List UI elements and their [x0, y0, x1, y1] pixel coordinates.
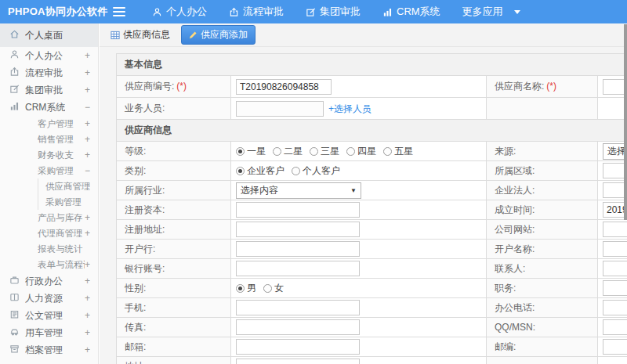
- gender-radio-group: 男 女: [236, 282, 486, 295]
- sidebar-item-form-flow-settings[interactable]: 表单与流程设置 +: [0, 257, 98, 272]
- sidebar-item-customer-mgmt[interactable]: 客户管理 +: [0, 116, 98, 132]
- office-phone-input[interactable]: [603, 300, 627, 315]
- sidebar-item-supplier-mgmt[interactable]: 供应商管理: [0, 178, 98, 194]
- expand-toggle[interactable]: +: [85, 344, 90, 355]
- topnav-label: 流程审批: [243, 5, 284, 19]
- radio-option-three-star[interactable]: 三星: [310, 145, 339, 158]
- edit-icon: [9, 84, 25, 96]
- expand-toggle[interactable]: +: [85, 259, 90, 270]
- topnav-label: 个人办公: [166, 5, 207, 19]
- sidebar-item-personal-office[interactable]: 个人办公 +: [0, 47, 98, 64]
- topnav-group-approval[interactable]: 集团审批: [306, 5, 361, 19]
- sidebar-item-product-inventory[interactable]: 产品与库存 +: [0, 210, 98, 225]
- topnav-label: 更多应用: [462, 5, 503, 19]
- tab-label: 供应商添加: [201, 28, 248, 41]
- expand-toggle[interactable]: +: [85, 276, 90, 287]
- supplier-name-label: 供应商名称:(*): [487, 76, 598, 98]
- user-icon: [9, 49, 25, 62]
- sidebar-item-document-mgmt[interactable]: 公文管理 +: [0, 307, 98, 324]
- sidebar-item-reports-stats[interactable]: 报表与统计: [0, 241, 98, 257]
- supplier-code-input[interactable]: [236, 79, 332, 95]
- industry-select[interactable]: 选择内容▼: [236, 182, 361, 199]
- collapse-toggle[interactable]: −: [85, 102, 90, 113]
- bank-input[interactable]: [236, 241, 360, 257]
- topnav-crm-system[interactable]: CRM系统: [382, 5, 440, 19]
- radio-option-individual[interactable]: 个人客户: [292, 164, 340, 178]
- sidebar: 个人桌面 个人办公 + 流程审批 + 集团审批 + CRM系统 − 客户管理 +…: [0, 23, 99, 364]
- zip-input[interactable]: [603, 339, 627, 355]
- legal-person-label: 企业法人:: [487, 181, 598, 200]
- fax-input[interactable]: [236, 319, 360, 335]
- home-icon: [9, 29, 25, 41]
- account-name-label: 开户名称:: [487, 240, 598, 259]
- book-icon: [9, 292, 25, 305]
- radio-icon: [383, 147, 392, 156]
- contact-input[interactable]: [603, 261, 627, 276]
- tab-supplier-info[interactable]: 供应商信息: [105, 26, 176, 44]
- radio-option-male[interactable]: 男: [236, 282, 256, 295]
- vertical-scrollbar[interactable]: [624, 24, 627, 220]
- expand-toggle[interactable]: +: [85, 118, 90, 129]
- address-input[interactable]: [236, 359, 360, 364]
- sidebar-item-admin-office[interactable]: 行政办公 +: [0, 272, 98, 290]
- office-phone-label: 办公电话:: [487, 298, 598, 318]
- sidebar-item-finance[interactable]: 财务收支 +: [0, 147, 98, 163]
- required-mark: (*): [176, 81, 187, 92]
- mobile-input[interactable]: [236, 300, 360, 315]
- expand-toggle[interactable]: +: [85, 50, 90, 61]
- job-title-input[interactable]: [603, 280, 627, 296]
- expand-toggle[interactable]: +: [85, 150, 90, 160]
- expand-toggle[interactable]: +: [85, 212, 90, 223]
- empty-cell: [598, 357, 627, 364]
- sidebar-item-agent-mgmt[interactable]: 代理商管理 +: [0, 225, 98, 241]
- registered-address-input[interactable]: [236, 222, 360, 237]
- expand-toggle[interactable]: +: [85, 85, 90, 96]
- expand-toggle[interactable]: +: [85, 327, 90, 338]
- required-mark: (*): [546, 81, 556, 92]
- sidebar-item-purchase-mgmt[interactable]: 采购管理 −: [0, 163, 98, 178]
- collapse-toggle[interactable]: −: [85, 165, 90, 176]
- sidebar-item-workflow-approval[interactable]: 流程审批 +: [0, 64, 98, 81]
- choose-staff-link[interactable]: +选择人员: [328, 103, 371, 114]
- category-label: 类别:: [117, 161, 231, 181]
- radio-option-one-star[interactable]: 一星: [236, 145, 266, 158]
- sidebar-item-vehicle-mgmt[interactable]: 用车管理 +: [0, 324, 98, 341]
- registered-capital-input[interactable]: [236, 202, 360, 218]
- main-content: 供应商信息 供应商添加 基本信息 供应商编号:(*) 供应商名称:(*) 业务人…: [100, 23, 627, 364]
- caret-down-icon[interactable]: [514, 10, 520, 14]
- sidebar-item-purchasing[interactable]: 采购管理: [0, 194, 98, 210]
- expand-toggle[interactable]: +: [85, 67, 90, 78]
- sidebar-item-crm-system[interactable]: CRM系统 −: [0, 99, 98, 116]
- qq-msn-input[interactable]: [603, 319, 627, 335]
- sidebar-item-human-resources[interactable]: 人力资源 +: [0, 290, 98, 307]
- expand-toggle[interactable]: +: [85, 134, 90, 145]
- sidebar-item-group-approval[interactable]: 集团审批 +: [0, 81, 98, 99]
- table-icon: [111, 31, 120, 40]
- qq-msn-label: QQ/MSN:: [487, 318, 598, 337]
- website-label: 公司网站:: [487, 220, 598, 240]
- archive-icon: [9, 344, 25, 356]
- pencil-icon: [189, 31, 198, 39]
- radio-option-enterprise[interactable]: 企业客户: [236, 164, 285, 178]
- bank-account-input[interactable]: [236, 261, 360, 276]
- empty-cell: [598, 98, 627, 120]
- topnav-workflow-approval[interactable]: 流程审批: [229, 5, 284, 19]
- menu-toggle-icon[interactable]: [113, 7, 125, 16]
- email-input[interactable]: [236, 339, 360, 355]
- website-input[interactable]: [603, 222, 627, 237]
- expand-toggle[interactable]: +: [85, 228, 90, 239]
- topnav-personal-office[interactable]: 个人办公: [152, 5, 207, 19]
- expand-toggle[interactable]: +: [85, 310, 90, 321]
- tab-supplier-add[interactable]: 供应商添加: [181, 25, 256, 45]
- expand-toggle[interactable]: +: [85, 293, 90, 304]
- account-name-input[interactable]: [603, 241, 627, 257]
- radio-option-five-star[interactable]: 五星: [383, 145, 413, 158]
- sidebar-item-sales-mgmt[interactable]: 销售管理 +: [0, 132, 98, 147]
- sidebar-item-personal-desktop[interactable]: 个人桌面: [0, 23, 98, 47]
- radio-option-female[interactable]: 女: [263, 282, 284, 295]
- radio-option-four-star[interactable]: 四星: [346, 145, 376, 158]
- radio-option-two-star[interactable]: 二星: [273, 145, 303, 158]
- staff-input[interactable]: [236, 101, 324, 117]
- topnav-more-apps[interactable]: 更多应用: [462, 5, 503, 19]
- sidebar-item-archive-mgmt[interactable]: 档案管理 +: [0, 341, 98, 359]
